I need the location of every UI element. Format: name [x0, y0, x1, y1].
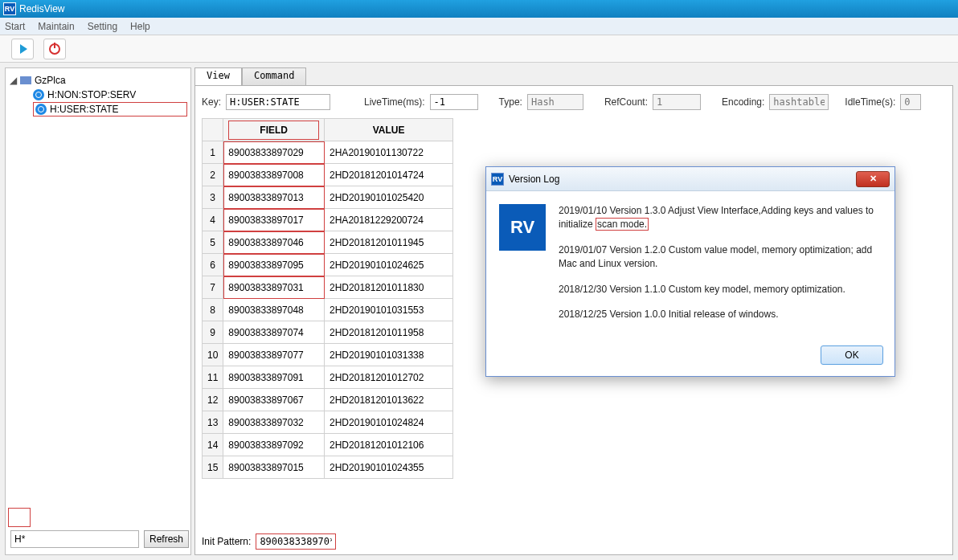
menu-setting[interactable]: Setting: [88, 21, 117, 32]
dialog-body: RV 2019/01/10 Version 1.3.0 Adjust View …: [486, 191, 895, 341]
refresh-button[interactable]: Refresh: [144, 530, 189, 548]
cell-value[interactable]: 2HD20190101024625: [325, 254, 453, 276]
table-row[interactable]: 1890038338970292HA20190101130722: [203, 141, 453, 164]
cell-field[interactable]: 89003833897091: [223, 366, 325, 389]
version-log-dialog: RV Version Log ✕ RV 2019/01/10 Version 1…: [485, 166, 895, 377]
init-pattern-input[interactable]: [256, 533, 336, 550]
cell-value[interactable]: 2HD20181201011958: [325, 321, 453, 344]
cell-field[interactable]: 89003833897015: [223, 456, 325, 479]
dialog-footer: OK: [486, 341, 895, 376]
tree-server-row[interactable]: ◢ GzPlca: [9, 73, 187, 88]
menubar: Start Maintain Setting Help: [0, 18, 958, 35]
cell-value[interactable]: 2HD20181201014724: [325, 164, 453, 186]
server-name: GzPlca: [35, 75, 66, 86]
cell-value[interactable]: 2HD20190101024824: [325, 411, 453, 434]
table-row[interactable]: 4890038338970172HA20181229200724: [203, 209, 453, 231]
ok-button[interactable]: OK: [821, 345, 883, 365]
livetime-label: LiveTime(ms):: [364, 96, 425, 108]
cell-field[interactable]: 89003833897031: [223, 276, 325, 299]
row-number: 15: [203, 456, 223, 479]
dialog-icon: RV: [491, 173, 504, 186]
encoding-input: [769, 94, 829, 110]
table-row[interactable]: 3890038338970132HD20190101025420: [203, 186, 453, 209]
cell-field[interactable]: 89003833897029: [223, 141, 325, 164]
type-input: [527, 94, 583, 110]
tree-key-row[interactable]: H:NON:STOP:SERV: [33, 88, 187, 102]
row-number: 7: [203, 276, 223, 299]
table-row[interactable]: 10890038338970772HD20190101031338: [203, 344, 453, 366]
row-number: 12: [203, 389, 223, 411]
table-row[interactable]: 14890038338970922HD20181201012106: [203, 434, 453, 456]
table-row[interactable]: 2890038338970082HD20181201014724: [203, 164, 453, 186]
cell-value[interactable]: 2HA20181229200724: [325, 209, 453, 231]
table-row[interactable]: 15890038338970152HD20190101024355: [203, 456, 453, 479]
cell-value[interactable]: 2HD20190101025420: [325, 186, 453, 209]
dialog-logo-icon: RV: [499, 204, 546, 251]
table-row[interactable]: 5890038338970462HD20181201011945: [203, 231, 453, 254]
toolbar: [0, 35, 958, 63]
tab-command[interactable]: Command: [242, 67, 307, 85]
init-pattern-label: Init Pattern:: [202, 536, 251, 547]
cell-value[interactable]: 2HD20190101031338: [325, 344, 453, 366]
cell-field[interactable]: 89003833897095: [223, 254, 325, 276]
table-row[interactable]: 13890038338970322HD20190101024824: [203, 411, 453, 434]
cell-field[interactable]: 89003833897013: [223, 186, 325, 209]
idletime-input: [900, 94, 921, 110]
hint-box: [8, 508, 31, 527]
cell-field[interactable]: 89003833897077: [223, 344, 325, 366]
pattern-input[interactable]: [10, 530, 139, 548]
table-row[interactable]: 7890038338970312HD20181201011830: [203, 276, 453, 299]
row-number: 14: [203, 434, 223, 456]
tree-key-row-selected[interactable]: H:USER:STATE: [33, 102, 187, 116]
cell-value[interactable]: 2HD20181201011830: [325, 276, 453, 299]
row-number: 10: [203, 344, 223, 366]
key-input[interactable]: [226, 94, 330, 110]
cell-field[interactable]: 89003833897017: [223, 209, 325, 231]
tab-view[interactable]: View: [194, 67, 242, 85]
cell-value[interactable]: 2HD20181201012702: [325, 366, 453, 389]
cell-value[interactable]: 2HD20181201012106: [325, 434, 453, 456]
row-number: 5: [203, 231, 223, 254]
cell-value[interactable]: 2HD20181201013622: [325, 389, 453, 411]
livetime-input[interactable]: [430, 94, 478, 110]
cell-value[interactable]: 2HD20181201011945: [325, 231, 453, 254]
sidebar: ◢ GzPlca H:NON:STOP:SERV H:USER:STATE Re…: [5, 67, 191, 555]
cell-value[interactable]: 2HA20190101130722: [325, 141, 453, 164]
menu-start[interactable]: Start: [5, 21, 25, 32]
table-row[interactable]: 9890038338970742HD20181201011958: [203, 321, 453, 344]
cell-field[interactable]: 89003833897092: [223, 434, 325, 456]
cell-value[interactable]: 2HD20190101031553: [325, 299, 453, 321]
cell-field[interactable]: 89003833897067: [223, 389, 325, 411]
tabs: View Command: [194, 67, 953, 85]
row-number: 4: [203, 209, 223, 231]
cell-field[interactable]: 89003833897046: [223, 231, 325, 254]
table-row[interactable]: 6890038338970952HD20190101024625: [203, 254, 453, 276]
app-title: RedisView: [19, 3, 64, 14]
cell-value[interactable]: 2HD20190101024355: [325, 456, 453, 479]
row-number: 3: [203, 186, 223, 209]
run-button[interactable]: [11, 39, 34, 59]
rowhead-corner: [203, 119, 223, 141]
encoding-label: Encoding:: [722, 96, 764, 108]
table-row[interactable]: 11890038338970912HD20181201012702: [203, 366, 453, 389]
refcount-label: RefCount:: [604, 96, 648, 108]
cell-field[interactable]: 89003833897008: [223, 164, 325, 186]
cell-field[interactable]: 89003833897048: [223, 299, 325, 321]
table-row[interactable]: 12890038338970672HD20181201013622: [203, 389, 453, 411]
cell-field[interactable]: 89003833897074: [223, 321, 325, 344]
cell-field[interactable]: 89003833897032: [223, 411, 325, 434]
dialog-close-button[interactable]: ✕: [856, 171, 890, 187]
row-number: 6: [203, 254, 223, 276]
menu-help[interactable]: Help: [130, 21, 150, 32]
stop-button[interactable]: [43, 39, 66, 59]
col-value[interactable]: VALUE: [325, 119, 453, 141]
menu-maintain[interactable]: Maintain: [38, 21, 74, 32]
row-number: 2: [203, 164, 223, 186]
col-field[interactable]: FIELD: [223, 119, 325, 141]
tree-toggle-icon[interactable]: ◢: [9, 75, 17, 86]
version-entry: 2018/12/25 Version 1.0.0 Initial release…: [559, 308, 882, 321]
dialog-titlebar[interactable]: RV Version Log ✕: [486, 167, 895, 191]
init-pattern-bar: Init Pattern:: [202, 533, 336, 550]
table-row[interactable]: 8890038338970482HD20190101031553: [203, 299, 453, 321]
app-icon: RV: [3, 2, 16, 15]
